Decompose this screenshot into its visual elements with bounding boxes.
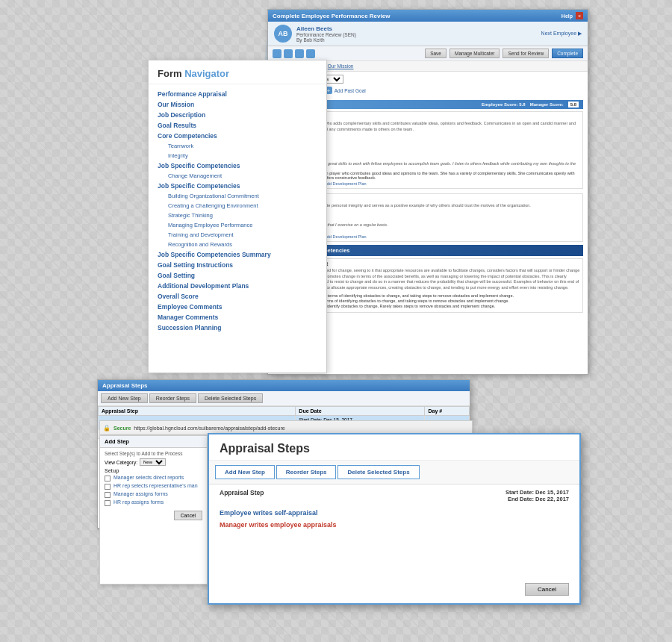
sidebar-item-manager-comments[interactable]: Manager Comments (158, 312, 317, 322)
step-header-label: Appraisal Step (220, 489, 264, 502)
add-new-step-button-small[interactable]: Add New Step (101, 393, 148, 403)
view-category-select[interactable]: New (140, 458, 166, 466)
sidebar-item-core-competencies[interactable]: Core Competencies (158, 131, 317, 141)
start-date: Start Date: Dec 15, 2017 (505, 489, 569, 496)
add-goal-label: Add Past Goal (335, 88, 366, 93)
form-navigator-title: Form Navigator (149, 60, 326, 84)
employee-name: Aileen Beets (296, 25, 356, 32)
sidebar-item-performance-appraisal[interactable]: Performance Appraisal (158, 89, 317, 99)
next-employee-link[interactable]: Next Employee ▶ (541, 31, 582, 37)
reorder-steps-large[interactable]: Reorder Steps (276, 465, 337, 479)
toolbar-icon-3[interactable] (295, 49, 304, 58)
large-step-header: Appraisal Step Start Date: Dec 15, 2017 … (209, 484, 579, 504)
large-panel-title: Appraisal Steps (209, 434, 579, 461)
step-checkbox-3[interactable]: Manager assigns forms (105, 491, 202, 498)
sidebar-item-goal-results[interactable]: Goal Results (158, 120, 317, 131)
form-nav-list: Performance Appraisal Our Mission Job De… (149, 84, 326, 367)
nav-link-our-mission[interactable]: Our Mission (328, 63, 354, 69)
select-step-label: Select Step(s) to Add to the Process (105, 451, 202, 456)
checkbox-3[interactable] (105, 492, 111, 498)
add-new-step-large[interactable]: Add New Step (215, 465, 275, 479)
large-step-item-1[interactable]: Employee writes self-appraisal (220, 507, 569, 519)
sidebar-item-overall-score[interactable]: Overall Score (158, 291, 317, 302)
send-for-review-button[interactable]: Send for Review (503, 49, 549, 58)
toolbar-icon-4[interactable] (306, 49, 315, 58)
cancel-button-small[interactable]: Cancel (174, 511, 202, 520)
sidebar-item-recognition-rewards[interactable]: Recognition and Rewards (158, 240, 317, 249)
checkbox-1[interactable] (105, 476, 111, 482)
large-step-list: Employee writes self-appraisal Manager w… (209, 504, 579, 534)
sidebar-item-additional-dev[interactable]: Additional Development Plans (158, 281, 317, 291)
manage-multicater-button[interactable]: Manage Multicater (449, 49, 500, 58)
sidebar-item-change-management[interactable]: Change Management (158, 171, 317, 181)
sidebar-item-managing-employee[interactable]: Managing Employee Performance (158, 220, 317, 230)
step-checkbox-4[interactable]: HR rep assigns forms (105, 499, 202, 506)
sidebar-item-strategic-thinking[interactable]: Strategic Thinking (158, 211, 317, 220)
sidebar-item-creating-challenge[interactable]: Creating a Challenging Environment (158, 201, 317, 211)
perf-header-left: AB Aileen Beets Performance Review (SEN)… (274, 25, 356, 43)
large-panel-toolbar: Add New Step Reorder Steps Delete Select… (209, 461, 579, 484)
perf-header: AB Aileen Beets Performance Review (SEN)… (268, 22, 588, 46)
appraisal-steps-large-panel: Appraisal Steps Add New Step Reorder Ste… (208, 433, 581, 605)
delete-steps-button-small[interactable]: Delete Selected Steps (198, 393, 263, 403)
sidebar-item-goal-setting[interactable]: Goal Setting (158, 270, 317, 281)
employee-score-label: Employee Score: 5.8 (482, 102, 526, 107)
sidebar-item-employee-comments[interactable]: Employee Comments (158, 302, 317, 312)
perf-toolbar: Save Manage Multicater Send for Review C… (268, 46, 588, 61)
lock-icon: 🔒 (103, 425, 111, 431)
appraisal-title-bar: Appraisal Steps (98, 380, 470, 391)
sidebar-item-job-specific-1[interactable]: Job Specific Competencies (158, 160, 317, 171)
cancel-row-small: Cancel (105, 511, 202, 520)
sidebar-item-training-dev[interactable]: Training and Development (158, 230, 317, 240)
close-button[interactable]: × (576, 12, 583, 19)
manager-label: By Bob Keith (296, 37, 356, 43)
employee-info: Aileen Beets Performance Review (SEN) By… (296, 25, 356, 43)
date-info: Start Date: Dec 15, 2017 End Date: Dec 2… (505, 489, 569, 502)
complete-button[interactable]: Complete (552, 49, 583, 58)
checkbox-2[interactable] (105, 484, 111, 490)
perf-window-title: Complete Employee Performance Review (273, 13, 390, 19)
help-link[interactable]: Help (561, 13, 573, 19)
col-day: Day # (425, 407, 470, 416)
sidebar-item-job-specific-2[interactable]: Job Specific Competencies (158, 181, 317, 191)
perf-title-bar: Complete Employee Performance Review Hel… (268, 10, 588, 22)
sidebar-item-building-org[interactable]: Building Organizational Commitment (158, 191, 317, 201)
cancel-button-large[interactable]: Cancel (525, 583, 569, 596)
add-goal-link[interactable]: + Add Past Goal (325, 87, 366, 94)
step-checkbox-2[interactable]: HR rep selects representative's man (105, 483, 202, 490)
col-due-date: Due Date (296, 407, 425, 416)
sidebar-item-goal-setting-instructions[interactable]: Goal Setting Instructions (158, 260, 317, 270)
sidebar-item-succession-planning[interactable]: Succession Planning (158, 322, 317, 333)
delete-steps-large[interactable]: Delete Selected Steps (337, 465, 419, 479)
reorder-steps-button-small[interactable]: Reorder Steps (149, 393, 196, 403)
appraisal-toolbar: Add New Step Reorder Steps Delete Select… (98, 391, 470, 406)
view-category-row: View Category: New (105, 458, 202, 466)
manager-score-label: Manager Score: (530, 102, 564, 107)
review-label: Performance Review (SEN) (296, 32, 356, 37)
form-navigator-panel: Form Navigator Performance Appraisal Our… (148, 60, 327, 373)
cancel-row-large: Cancel (525, 583, 569, 596)
step-checkbox-1[interactable]: Manager selects direct reports (105, 475, 202, 482)
add-step-body: Select Step(s) to Add to the Process Vie… (100, 448, 207, 523)
score-value: 5.8 (568, 102, 579, 107)
sidebar-item-teamwork[interactable]: Teamwork (158, 141, 317, 151)
col-appraisal-step: Appraisal Step (99, 407, 296, 416)
add-step-dialog-small: Add Step Select Step(s) to Add to the Pr… (99, 435, 208, 585)
add-step-header: Add Step (100, 436, 207, 448)
secure-label: Secure (113, 426, 131, 431)
sidebar-item-integrity[interactable]: Integrity (158, 151, 317, 160)
save-button[interactable]: Save (425, 49, 447, 58)
setup-label: Setup (105, 468, 202, 473)
end-date: End Date: Dec 22, 2017 (505, 496, 569, 502)
toolbar-icon-2[interactable] (284, 49, 293, 58)
toolbar-icon-1[interactable] (273, 49, 281, 58)
large-step-item-2[interactable]: Manager writes employee appraisals (220, 519, 569, 531)
sidebar-item-job-description[interactable]: Job Description (158, 110, 317, 120)
view-cat-label: View Category: (105, 460, 137, 465)
sidebar-item-our-mission[interactable]: Our Mission (158, 99, 317, 110)
url-text[interactable]: https://global.hgncloud.com/sulbaremo/ap… (134, 426, 469, 431)
checkbox-4[interactable] (105, 500, 111, 506)
avatar: AB (274, 25, 292, 43)
sidebar-item-job-specific-summary[interactable]: Job Specific Competencies Summary (158, 249, 317, 260)
